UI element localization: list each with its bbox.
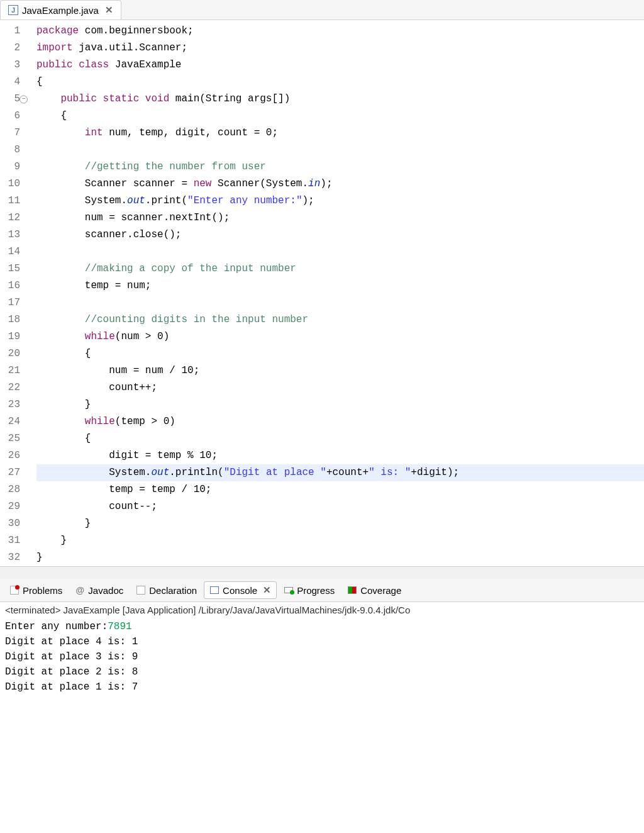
- code-line[interactable]: import java.util.Scanner;: [36, 40, 644, 57]
- panel-tab-label: Javadoc: [88, 585, 123, 596]
- line-number: 5−: [0, 91, 20, 108]
- console-output[interactable]: Enter any number:7891Digit at place 4 is…: [0, 618, 644, 696]
- line-number: 3: [0, 57, 20, 74]
- code-line[interactable]: }: [36, 549, 644, 566]
- close-tab-icon[interactable]: ✕: [105, 4, 113, 16]
- line-number: 28: [0, 481, 20, 498]
- code-line[interactable]: num = num / 10;: [36, 362, 644, 379]
- panel-tab-label: Declaration: [149, 585, 197, 596]
- console-line: Enter any number:7891: [5, 619, 639, 634]
- line-number: 11: [0, 193, 20, 210]
- code-line[interactable]: count--;: [36, 498, 644, 515]
- code-line[interactable]: //counting digits in the input number: [36, 311, 644, 328]
- line-number: 26: [0, 447, 20, 464]
- line-number: 4: [0, 74, 20, 91]
- line-number: 29: [0, 498, 20, 515]
- code-line[interactable]: System.out.print("Enter any number:");: [36, 193, 644, 210]
- panel-tab-progress[interactable]: Progress: [278, 582, 340, 599]
- code-line[interactable]: num = scanner.nextInt();: [36, 210, 644, 226]
- panel-tab-problems[interactable]: Problems: [4, 582, 68, 599]
- line-number: 23: [0, 396, 20, 413]
- code-line[interactable]: {: [36, 108, 644, 125]
- code-editor[interactable]: 12345−6789101112131415161718192021222324…: [0, 20, 644, 566]
- line-number: 10: [0, 176, 20, 193]
- coverage-icon: [347, 585, 357, 595]
- code-line[interactable]: int num, temp, digit, count = 0;: [36, 125, 644, 142]
- panel-tab-label: Console: [223, 585, 257, 596]
- line-number: 27: [0, 464, 20, 481]
- code-line[interactable]: while(num > 0): [36, 328, 644, 345]
- tab-filename: JavaExample.java: [22, 5, 99, 16]
- line-number: 14: [0, 243, 20, 260]
- problems-icon: [9, 585, 19, 595]
- line-number: 20: [0, 345, 20, 362]
- panel-tab-coverage[interactable]: Coverage: [341, 582, 407, 599]
- panel-tab-label: Progress: [297, 585, 335, 596]
- code-line[interactable]: package com.beginnersbook;: [36, 23, 644, 40]
- line-number: 15: [0, 260, 20, 277]
- java-file-icon: J: [8, 5, 18, 15]
- code-line[interactable]: //getting the number from user: [36, 159, 644, 176]
- line-number: 8: [0, 142, 20, 159]
- console-icon: [209, 585, 219, 595]
- panel-divider[interactable]: [0, 566, 644, 579]
- line-number: 12: [0, 210, 20, 226]
- code-line[interactable]: count++;: [36, 379, 644, 396]
- code-line[interactable]: public static void main(String args[]): [36, 91, 644, 108]
- editor-tab-bar: J JavaExample.java ✕: [0, 0, 644, 20]
- code-line[interactable]: while(temp > 0): [36, 413, 644, 430]
- panel-tab-declaration[interactable]: Declaration: [130, 582, 203, 599]
- line-number: 31: [0, 532, 20, 549]
- line-number: 25: [0, 430, 20, 447]
- decl-icon: [136, 585, 146, 595]
- line-number: 13: [0, 226, 20, 243]
- panel-tab-javadoc[interactable]: @Javadoc: [69, 582, 129, 599]
- code-line[interactable]: digit = temp % 10;: [36, 447, 644, 464]
- code-content[interactable]: package com.beginnersbook;import java.ut…: [25, 23, 644, 566]
- close-panel-icon[interactable]: ✕: [263, 584, 271, 596]
- code-line[interactable]: System.out.println("Digit at place "+cou…: [36, 464, 644, 481]
- editor-tab[interactable]: J JavaExample.java ✕: [0, 0, 121, 20]
- code-line[interactable]: {: [36, 430, 644, 447]
- line-number-gutter: 12345−6789101112131415161718192021222324…: [0, 23, 25, 566]
- panel-tab-label: Coverage: [360, 585, 401, 596]
- code-line[interactable]: Scanner scanner = new Scanner(System.in)…: [36, 176, 644, 193]
- code-line[interactable]: //making a copy of the input number: [36, 260, 644, 277]
- code-line[interactable]: }: [36, 515, 644, 532]
- code-line[interactable]: }: [36, 396, 644, 413]
- panel-tab-console[interactable]: Console✕: [204, 581, 277, 599]
- line-number: 2: [0, 40, 20, 57]
- code-line[interactable]: scanner.close();: [36, 226, 644, 243]
- code-line[interactable]: {: [36, 74, 644, 91]
- line-number: 24: [0, 413, 20, 430]
- fold-toggle-icon[interactable]: −: [19, 95, 28, 103]
- console-line: Digit at place 3 is: 9: [5, 649, 639, 664]
- line-number: 19: [0, 328, 20, 345]
- console-line: Digit at place 1 is: 7: [5, 679, 639, 695]
- line-number: 18: [0, 311, 20, 328]
- code-line[interactable]: [36, 142, 644, 159]
- line-number: 32: [0, 549, 20, 566]
- panel-tab-label: Problems: [23, 585, 62, 596]
- code-line[interactable]: temp = temp / 10;: [36, 481, 644, 498]
- line-number: 16: [0, 277, 20, 294]
- code-line[interactable]: [36, 294, 644, 311]
- code-line[interactable]: [36, 243, 644, 260]
- progress-icon: [284, 585, 294, 595]
- javadoc-icon: @: [75, 585, 85, 595]
- line-number: 6: [0, 108, 20, 125]
- console-status: <terminated> JavaExample [Java Applicati…: [0, 602, 644, 618]
- code-line[interactable]: temp = num;: [36, 277, 644, 294]
- line-number: 1: [0, 23, 20, 40]
- line-number: 22: [0, 379, 20, 396]
- code-line[interactable]: public class JavaExample: [36, 57, 644, 74]
- line-number: 17: [0, 294, 20, 311]
- bottom-panel-tabs: Problems@JavadocDeclarationConsole✕Progr…: [0, 579, 644, 602]
- line-number: 21: [0, 362, 20, 379]
- code-line[interactable]: }: [36, 532, 644, 549]
- line-number: 30: [0, 515, 20, 532]
- line-number: 9: [0, 159, 20, 176]
- console-line: Digit at place 4 is: 1: [5, 634, 639, 649]
- line-number: 7: [0, 125, 20, 142]
- code-line[interactable]: {: [36, 345, 644, 362]
